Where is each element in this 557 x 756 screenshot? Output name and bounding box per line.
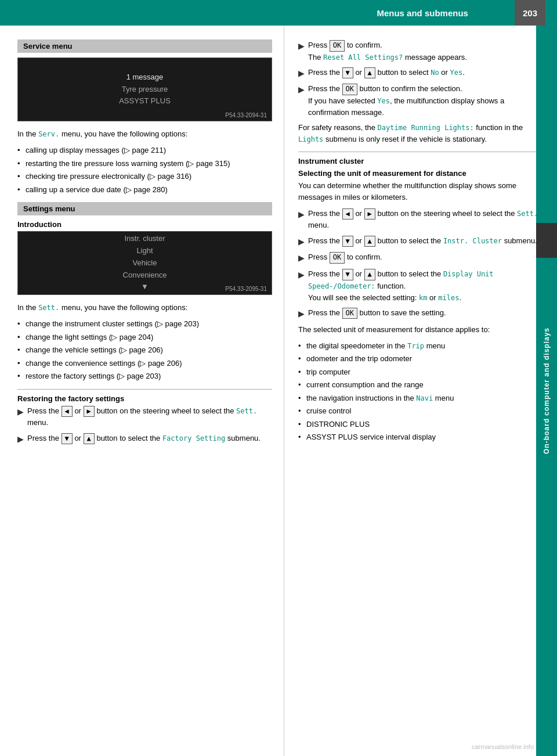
ic-step-3-text: Press OK to confirm. (308, 251, 545, 264)
right-step-2-text: Press the ▼ or ▲ button to select No or … (308, 67, 545, 79)
up-btn-2: ▲ (84, 433, 95, 445)
ic-step-1-text: Press the ◀ or ▶ button on the steering … (308, 208, 545, 232)
settings-bullet-3: change the vehicle settings (▷ page 206) (17, 344, 272, 356)
top-bar: Menus and submenus 203 (0, 0, 557, 26)
ok-btn-1: OK (330, 40, 345, 52)
up-btn-r2: ▲ (364, 67, 375, 79)
right-step-3: ▶ Press the OK button to confirm the sel… (298, 83, 545, 118)
settings-line-2: Light (123, 245, 167, 257)
daytime-code: Daytime Running Lights: (378, 124, 474, 132)
right-column: ▶ Press OK to confirm. The Reset All Set… (284, 26, 557, 756)
applies-heading: The selected unit of measurement for dis… (298, 324, 545, 336)
trip-code: Trip (407, 342, 424, 350)
right-step-1: ▶ Press OK to confirm. The Reset All Set… (298, 39, 545, 63)
unit-intro: You can determine whether the multifunct… (298, 180, 545, 203)
arrow-icon-r3: ▶ (298, 84, 305, 96)
restore-step-1: ▶ Press the ◀ or ▶ button on the steerin… (17, 405, 272, 429)
safety-note: For safety reasons, the Daytime Running … (298, 122, 545, 145)
right-btn-ic1: ▶ (364, 208, 375, 220)
service-display-code: P54.33-2094-31 (225, 112, 267, 118)
side-tab-label: On-board computer and displays (542, 327, 551, 454)
arrow-icon-2: ▶ (17, 433, 24, 446)
applies-bullet-7: DISTRONIC PLUS (298, 419, 545, 430)
instr-cluster-code: Instr. Cluster (443, 237, 502, 245)
ok-btn-ic5: OK (342, 308, 357, 319)
service-bullet-2: restarting the tire pressure loss warnin… (17, 158, 272, 170)
watermark: carmanualsonline.info (472, 743, 534, 750)
page-number: 203 (515, 0, 545, 26)
left-btn-1: ◀ (62, 406, 73, 417)
ic-step-2-text: Press the ▼ or ▲ button to select the In… (308, 235, 545, 247)
reset-code: Reset All Settings? (323, 53, 403, 62)
arrow-icon-1: ▶ (17, 406, 24, 419)
settings-menu-heading: Settings menu (17, 202, 272, 215)
service-line-1: 1 message (119, 71, 171, 84)
down-btn-r2: ▼ (342, 67, 353, 79)
service-display: 1 message Tyre pressure ASSYST PLUS P54.… (17, 57, 272, 121)
down-btn-2: ▼ (62, 433, 73, 445)
up-btn-ic2: ▲ (364, 236, 375, 247)
service-display-inner: 1 message Tyre pressure ASSYST PLUS (119, 71, 171, 107)
right-step-3-text: Press the OK button to confirm the selec… (308, 83, 545, 118)
settings-display: Instr. cluster Light Vehicle Convenience… (17, 231, 272, 295)
unit-measurement-heading: Selecting the unit of measurement for di… (298, 169, 545, 178)
settings-line-4: Convenience (123, 269, 167, 282)
ic-step-5-text: Press the OK button to save the setting. (308, 307, 545, 319)
settings-line-5: ▼ (123, 281, 167, 293)
yes-code: Yes (450, 69, 462, 77)
ic-step-2: ▶ Press the ▼ or ▲ button to select the … (298, 235, 545, 249)
settings-line-3: Vehicle (123, 257, 167, 269)
settings-intro: In the Sett. menu, you have the followin… (17, 302, 272, 314)
km-code: km (419, 294, 427, 302)
ic-step-4-text: Press the ▼ or ▲ button to select the Di… (308, 268, 545, 304)
factory-setting-code: Factory Setting (162, 434, 225, 442)
restore-step-2: ▶ Press the ▼ or ▲ button to select the … (17, 433, 272, 446)
divider-restoring (17, 389, 272, 390)
service-bullets: calling up display messages (▷ page 211)… (17, 145, 272, 195)
page-title: Menus and submenus (17, 8, 515, 18)
service-bullet-4: calling up a service due date (▷ page 28… (17, 184, 272, 196)
ic-step-1: ▶ Press the ◀ or ▶ button on the steerin… (298, 208, 545, 232)
sett-ref-1: Sett. (236, 407, 257, 415)
settings-bullet-4: change the convenience settings (▷ page … (17, 358, 272, 369)
introduction-heading: Introduction (17, 220, 272, 229)
right-btn-1: ▶ (84, 406, 95, 417)
right-step-2: ▶ Press the ▼ or ▲ button to select No o… (298, 67, 545, 80)
no-code: No (431, 69, 439, 77)
divider-instrument (298, 152, 545, 152)
sett-code: Sett. (38, 304, 59, 312)
ic-step-4: ▶ Press the ▼ or ▲ button to select the … (298, 268, 545, 304)
applies-bullet-5: the navigation instructions in the Navi … (298, 393, 545, 404)
settings-line-1: Instr. cluster (123, 233, 167, 245)
left-btn-ic1: ◀ (342, 208, 353, 220)
service-menu-heading: Service menu (17, 39, 272, 53)
arrow-icon-ic3: ▶ (298, 252, 305, 265)
service-bullet-1: calling up display messages (▷ page 211) (17, 145, 272, 156)
ic-step-5: ▶ Press the OK button to save the settin… (298, 307, 545, 321)
arrow-icon-ic5: ▶ (298, 308, 305, 321)
lights-code: Lights (298, 135, 323, 143)
settings-display-code: P54.33-2095-31 (225, 286, 267, 292)
service-line-3: ASSYST PLUS (119, 95, 171, 107)
settings-display-inner: Instr. cluster Light Vehicle Convenience… (123, 233, 167, 293)
yes-ref: Yes (377, 97, 390, 105)
right-step-1-text: Press OK to confirm. The Reset All Setti… (308, 39, 545, 63)
arrow-icon-r1: ▶ (298, 40, 305, 53)
left-column: Service menu 1 message Tyre pressure ASS… (0, 26, 284, 756)
settings-bullet-5: restore the factory settings (▷ page 203… (17, 370, 272, 382)
applies-bullet-6: cruise control (298, 405, 545, 417)
serv-code: Serv. (38, 130, 59, 138)
up-btn-ic4: ▲ (364, 269, 375, 280)
sett-ref-ic1: Sett. (517, 210, 538, 218)
ic-step-3: ▶ Press OK to confirm. (298, 251, 545, 265)
settings-bullet-1: change the instrument cluster settings (… (17, 318, 272, 330)
applies-bullet-4: current consumption and the range (298, 379, 545, 391)
display-unit-code: Display Unit Speed-/Odometer: (308, 270, 494, 290)
down-btn-ic2: ▼ (342, 236, 353, 247)
arrow-icon-ic2: ▶ (298, 236, 305, 249)
arrow-icon-ic1: ▶ (298, 208, 305, 221)
service-intro: In the Serv. menu, you have the followin… (17, 128, 272, 140)
instrument-cluster-heading: Instrument cluster (298, 157, 545, 165)
applies-bullet-3: trip computer (298, 366, 545, 378)
service-bullet-3: checking tire pressure electronically (▷… (17, 171, 272, 182)
